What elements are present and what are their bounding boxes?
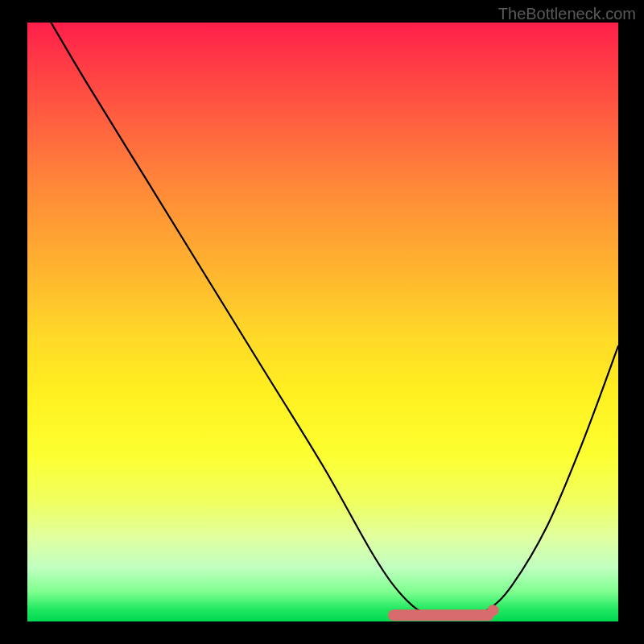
plot-area (27, 23, 618, 621)
watermark-text: TheBottleneck.com (498, 5, 636, 23)
chart-svg (27, 23, 618, 621)
bottleneck-curve (51, 23, 618, 620)
highlight-end-dot (488, 605, 499, 616)
